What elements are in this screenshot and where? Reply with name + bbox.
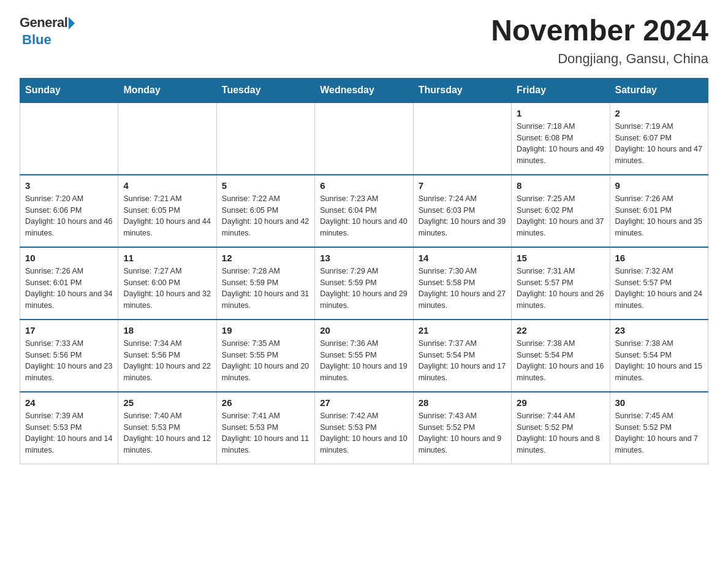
calendar-cell: 18Sunrise: 7:34 AMSunset: 5:56 PMDayligh… <box>118 320 216 392</box>
calendar-week-row: 17Sunrise: 7:33 AMSunset: 5:56 PMDayligh… <box>20 320 708 392</box>
day-number: 29 <box>517 397 604 408</box>
calendar-cell: 16Sunrise: 7:32 AMSunset: 5:57 PMDayligh… <box>610 247 708 320</box>
calendar-cell: 1Sunrise: 7:18 AMSunset: 6:08 PMDaylight… <box>512 102 610 175</box>
calendar-cell: 6Sunrise: 7:23 AMSunset: 6:04 PMDaylight… <box>315 175 413 247</box>
calendar-cell: 4Sunrise: 7:21 AMSunset: 6:05 PMDaylight… <box>118 175 216 247</box>
calendar-cell <box>413 102 511 175</box>
day-of-week-header: Saturday <box>610 78 708 102</box>
calendar-cell: 19Sunrise: 7:35 AMSunset: 5:55 PMDayligh… <box>216 320 314 392</box>
day-solar-info: Sunrise: 7:19 AMSunset: 6:07 PMDaylight:… <box>615 121 703 167</box>
day-number: 15 <box>517 253 604 263</box>
calendar-cell <box>216 102 314 175</box>
day-number: 27 <box>320 397 408 408</box>
calendar-cell: 5Sunrise: 7:22 AMSunset: 6:05 PMDaylight… <box>216 175 314 247</box>
day-number: 12 <box>222 253 309 263</box>
calendar-cell: 10Sunrise: 7:26 AMSunset: 6:01 PMDayligh… <box>20 247 118 320</box>
day-of-week-header: Monday <box>118 78 216 102</box>
day-of-week-header: Tuesday <box>216 78 314 102</box>
day-solar-info: Sunrise: 7:26 AMSunset: 6:01 PMDaylight:… <box>25 266 113 312</box>
day-solar-info: Sunrise: 7:24 AMSunset: 6:03 PMDaylight:… <box>419 193 506 239</box>
calendar-cell: 11Sunrise: 7:27 AMSunset: 6:00 PMDayligh… <box>118 247 216 320</box>
day-solar-info: Sunrise: 7:40 AMSunset: 5:53 PMDaylight:… <box>123 410 211 456</box>
day-number: 6 <box>320 180 408 191</box>
day-solar-info: Sunrise: 7:33 AMSunset: 5:56 PMDaylight:… <box>25 338 113 384</box>
calendar-week-row: 10Sunrise: 7:26 AMSunset: 6:01 PMDayligh… <box>20 247 708 320</box>
day-number: 13 <box>320 253 408 263</box>
day-number: 18 <box>123 325 211 335</box>
day-solar-info: Sunrise: 7:38 AMSunset: 5:54 PMDaylight:… <box>615 338 703 384</box>
calendar-cell: 28Sunrise: 7:43 AMSunset: 5:52 PMDayligh… <box>413 392 511 464</box>
day-number: 10 <box>25 253 113 263</box>
day-number: 23 <box>615 325 703 335</box>
calendar-cell: 17Sunrise: 7:33 AMSunset: 5:56 PMDayligh… <box>20 320 118 392</box>
calendar-cell: 26Sunrise: 7:41 AMSunset: 5:53 PMDayligh… <box>216 392 314 464</box>
day-of-week-header: Sunday <box>20 78 118 102</box>
day-of-week-header: Thursday <box>413 78 511 102</box>
day-solar-info: Sunrise: 7:30 AMSunset: 5:58 PMDaylight:… <box>419 266 506 312</box>
day-solar-info: Sunrise: 7:31 AMSunset: 5:57 PMDaylight:… <box>517 266 604 312</box>
day-number: 4 <box>123 180 211 191</box>
day-number: 7 <box>419 180 506 191</box>
calendar-cell: 15Sunrise: 7:31 AMSunset: 5:57 PMDayligh… <box>512 247 610 320</box>
day-solar-info: Sunrise: 7:41 AMSunset: 5:53 PMDaylight:… <box>222 410 309 456</box>
calendar-cell: 24Sunrise: 7:39 AMSunset: 5:53 PMDayligh… <box>20 392 118 464</box>
day-solar-info: Sunrise: 7:21 AMSunset: 6:05 PMDaylight:… <box>123 193 211 239</box>
calendar-cell <box>315 102 413 175</box>
day-number: 30 <box>615 397 703 408</box>
day-of-week-header: Friday <box>512 78 610 102</box>
day-number: 5 <box>222 180 309 191</box>
day-solar-info: Sunrise: 7:32 AMSunset: 5:57 PMDaylight:… <box>615 266 703 312</box>
logo: General Blue <box>20 15 75 48</box>
day-number: 25 <box>123 397 211 408</box>
calendar-cell <box>118 102 216 175</box>
calendar-week-row: 1Sunrise: 7:18 AMSunset: 6:08 PMDaylight… <box>20 102 708 175</box>
calendar-cell: 23Sunrise: 7:38 AMSunset: 5:54 PMDayligh… <box>610 320 708 392</box>
calendar-cell: 8Sunrise: 7:25 AMSunset: 6:02 PMDaylight… <box>512 175 610 247</box>
day-solar-info: Sunrise: 7:20 AMSunset: 6:06 PMDaylight:… <box>25 193 113 239</box>
day-solar-info: Sunrise: 7:44 AMSunset: 5:52 PMDaylight:… <box>517 410 604 456</box>
day-solar-info: Sunrise: 7:28 AMSunset: 5:59 PMDaylight:… <box>222 266 309 312</box>
day-solar-info: Sunrise: 7:26 AMSunset: 6:01 PMDaylight:… <box>615 193 703 239</box>
day-number: 26 <box>222 397 309 408</box>
logo-general-text: General <box>20 15 67 31</box>
calendar-cell: 2Sunrise: 7:19 AMSunset: 6:07 PMDaylight… <box>610 102 708 175</box>
day-solar-info: Sunrise: 7:43 AMSunset: 5:52 PMDaylight:… <box>419 410 506 456</box>
calendar-cell: 21Sunrise: 7:37 AMSunset: 5:54 PMDayligh… <box>413 320 511 392</box>
title-area: November 2024 Dongjiang, Gansu, China <box>491 15 708 67</box>
day-solar-info: Sunrise: 7:25 AMSunset: 6:02 PMDaylight:… <box>517 193 604 239</box>
calendar-cell: 3Sunrise: 7:20 AMSunset: 6:06 PMDaylight… <box>20 175 118 247</box>
day-number: 3 <box>25 180 113 191</box>
calendar-cell: 30Sunrise: 7:45 AMSunset: 5:52 PMDayligh… <box>610 392 708 464</box>
day-number: 1 <box>517 108 604 118</box>
day-solar-info: Sunrise: 7:23 AMSunset: 6:04 PMDaylight:… <box>320 193 408 239</box>
calendar-cell: 20Sunrise: 7:36 AMSunset: 5:55 PMDayligh… <box>315 320 413 392</box>
day-number: 8 <box>517 180 604 191</box>
day-solar-info: Sunrise: 7:34 AMSunset: 5:56 PMDaylight:… <box>123 338 211 384</box>
calendar-cell: 25Sunrise: 7:40 AMSunset: 5:53 PMDayligh… <box>118 392 216 464</box>
calendar-cell: 27Sunrise: 7:42 AMSunset: 5:53 PMDayligh… <box>315 392 413 464</box>
day-number: 24 <box>25 397 113 408</box>
day-solar-info: Sunrise: 7:39 AMSunset: 5:53 PMDaylight:… <box>25 410 113 456</box>
day-solar-info: Sunrise: 7:45 AMSunset: 5:52 PMDaylight:… <box>615 410 703 456</box>
day-solar-info: Sunrise: 7:42 AMSunset: 5:53 PMDaylight:… <box>320 410 408 456</box>
day-solar-info: Sunrise: 7:36 AMSunset: 5:55 PMDaylight:… <box>320 338 408 384</box>
day-solar-info: Sunrise: 7:37 AMSunset: 5:54 PMDaylight:… <box>419 338 506 384</box>
day-number: 20 <box>320 325 408 335</box>
logo-triangle-icon <box>69 17 75 29</box>
calendar-week-row: 24Sunrise: 7:39 AMSunset: 5:53 PMDayligh… <box>20 392 708 464</box>
calendar-cell: 14Sunrise: 7:30 AMSunset: 5:58 PMDayligh… <box>413 247 511 320</box>
day-number: 14 <box>419 253 506 263</box>
day-number: 17 <box>25 325 113 335</box>
calendar-cell: 12Sunrise: 7:28 AMSunset: 5:59 PMDayligh… <box>216 247 314 320</box>
day-number: 19 <box>222 325 309 335</box>
calendar-cell: 13Sunrise: 7:29 AMSunset: 5:59 PMDayligh… <box>315 247 413 320</box>
calendar-cell: 22Sunrise: 7:38 AMSunset: 5:54 PMDayligh… <box>512 320 610 392</box>
day-solar-info: Sunrise: 7:38 AMSunset: 5:54 PMDaylight:… <box>517 338 604 384</box>
day-number: 28 <box>419 397 506 408</box>
day-number: 11 <box>123 253 211 263</box>
day-number: 9 <box>615 180 703 191</box>
calendar-header-row: SundayMondayTuesdayWednesdayThursdayFrid… <box>20 78 708 102</box>
day-number: 22 <box>517 325 604 335</box>
location-subtitle: Dongjiang, Gansu, China <box>491 51 708 67</box>
day-solar-info: Sunrise: 7:35 AMSunset: 5:55 PMDaylight:… <box>222 338 309 384</box>
